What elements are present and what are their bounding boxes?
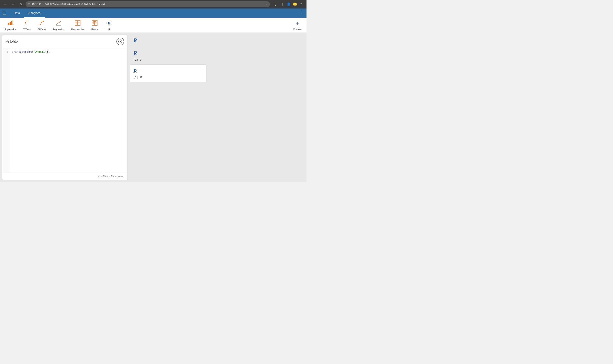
browser-chrome: ← → ⟳ 🛡 10.10.11.155:8080/?id=ad8905c4-f… [0,0,306,9]
exploration-label: Exploration [5,28,16,31]
toolbar-frequencies[interactable]: Frequencies [68,19,87,32]
forward-button[interactable]: → [10,1,16,7]
svg-rect-27 [95,23,97,26]
svg-rect-3 [13,20,13,25]
output-card-text: [1] 0 [134,76,203,79]
editor-panel: Rj Editor 1 print(system('whoami')) ⌘ + … [2,35,128,180]
toolbar-factor[interactable]: Factor [88,19,102,32]
line-numbers: 1 [2,48,10,173]
ttests-label: T-Tests [23,28,31,31]
header-tabs: Data Analyses [9,9,45,18]
toolbar-ttests[interactable]: t T-Tests [20,19,34,32]
svg-rect-22 [75,23,78,26]
toolbar-regression[interactable]: Regression [50,19,68,32]
svg-point-8 [41,22,42,23]
back-button[interactable]: ← [2,1,9,7]
regression-icon [55,20,62,27]
editor-header: Rj Editor [2,35,127,48]
frequencies-icon [75,20,81,27]
tab-analyses[interactable]: Analyses [24,9,45,18]
output-section-2: R [1] 0 [130,48,304,64]
code-line-1: print(system('whoami')) [12,50,126,54]
menu-icon[interactable]: ≡ [299,2,304,7]
svg-point-9 [42,21,44,22]
more-button[interactable]: ⋮ [300,11,304,16]
svg-text:R: R [108,21,110,25]
modules-label: Modules [293,28,302,31]
output-panel: R R [1] 0 R [1] 0 [130,33,306,182]
reload-button[interactable]: ⟳ [18,1,24,7]
toolbar: Exploration t T-Tests ANOVA [0,18,306,33]
frequencies-label: Frequencies [71,28,84,31]
svg-rect-21 [78,20,80,23]
main-content: Rj Editor 1 print(system('whoami')) ⌘ + … [0,33,306,182]
r-label: R [108,28,110,31]
factor-label: Factor [91,28,98,31]
exploration-icon [8,20,14,27]
url-text: 10.10.11.155:8080/?id=ad8905c4-facc-42fd… [32,3,105,6]
avatar-icon[interactable]: 😀 [292,2,298,7]
svg-rect-2 [11,21,12,25]
r-toolbar-icon: R [106,20,112,27]
output-text-1: [1] 0 [133,58,301,62]
r-card-label: R [134,68,203,74]
r-output-label-2: R [133,50,301,57]
download-icon[interactable]: ↧ [280,2,285,7]
code-editor[interactable]: print(system('whoami')) [10,48,127,173]
output-card: R [1] 0 [130,65,206,82]
toolbar-exploration[interactable]: Exploration [2,19,19,32]
ttests-icon: t [24,20,30,27]
r-output-label-1: R [133,37,301,44]
svg-point-7 [40,24,41,25]
svg-rect-23 [78,23,80,26]
anova-icon [39,20,45,27]
toolbar-modules[interactable]: ＋ Modules [290,19,305,32]
svg-rect-20 [75,20,78,23]
bookmark-icon: ☆ [265,3,267,6]
run-button[interactable] [116,38,124,45]
svg-rect-1 [10,22,11,25]
svg-rect-0 [8,23,9,25]
toolbar-r[interactable]: R R [102,19,116,32]
profile-icon[interactable]: 👤 [286,2,291,7]
editor-body: 1 print(system('whoami')) [2,48,127,173]
regression-label: Regression [53,28,65,31]
security-icon: 🛡 [28,3,30,6]
output-section-1: R [130,35,304,48]
factor-icon [92,20,98,27]
modules-icon: ＋ [295,20,300,27]
svg-text:t: t [25,21,26,25]
address-bar[interactable]: 🛡 10.10.11.155:8080/?id=ad8905c4-facc-42… [26,1,270,7]
line-number-1: 1 [2,50,10,54]
editor-title: Rj Editor [6,39,19,43]
svg-line-17 [56,21,61,25]
tab-data[interactable]: Data [9,9,24,18]
app-header: ☰ Data Analyses ⋮ [0,9,306,18]
editor-footer: ⌘ + Shift + Enter to run [2,173,127,180]
browser-icons: 🬾 ↧ 👤 😀 ≡ [273,2,304,7]
hamburger-button[interactable]: ☰ [2,11,6,15]
extensions-icon[interactable]: 🬾 [273,2,278,7]
anova-label: ANOVA [38,28,46,31]
toolbar-anova[interactable]: ANOVA [35,19,49,32]
